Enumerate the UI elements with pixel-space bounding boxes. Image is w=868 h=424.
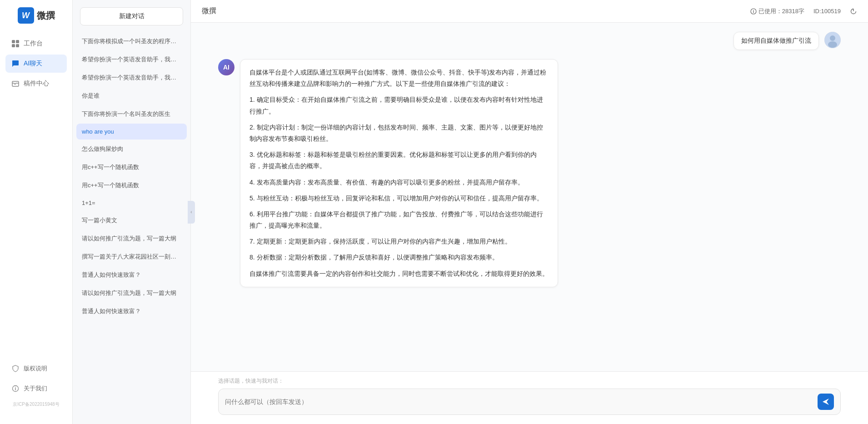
ai-bubble: 自媒体平台是个人或团队通过互联网平台(如博客、微博、微信公众号、抖音、快手等)发… (240, 59, 558, 287)
chat-list-item[interactable]: 普通人如何快速致富？ (76, 303, 187, 320)
send-button[interactable] (818, 394, 834, 410)
svg-rect-3 (16, 44, 19, 47)
shield-icon (11, 364, 20, 373)
logo-icon: W (18, 7, 34, 24)
chat-list-item[interactable]: 请以如何推广引流为题，写一篇大纲 (76, 230, 187, 247)
send-icon (822, 398, 830, 406)
input-box (218, 389, 841, 415)
logo: W 微撰 (18, 7, 55, 24)
topbar: 微撰 已使用：28318字 ID:100519 (191, 0, 868, 23)
usage-label: 已使用：28318字 (758, 7, 804, 15)
input-area: 选择话题，快速与我对话： (191, 371, 868, 424)
chat-list-item[interactable]: 你是谁 (76, 87, 187, 105)
user-id: ID:100519 (813, 8, 841, 15)
inbox-icon (11, 79, 20, 88)
ai-text: 自媒体平台是个人或团队通过互联网平台(如博客、微博、微信公众号、抖音、快手等)发… (249, 67, 549, 90)
chat-icon (11, 59, 20, 68)
svg-rect-0 (12, 40, 15, 43)
user-message: 如何用自媒体做推广引流 (218, 32, 841, 50)
grid-icon (11, 39, 20, 48)
ai-message: AI 自媒体平台是个人或团队通过互联网平台(如博客、微博、微信公众号、抖音、快手… (218, 59, 841, 287)
chat-list-item[interactable]: 希望你扮演一个英语发音助手，我提供给你... (76, 69, 187, 86)
sidebar-item-about-label: 关于我们 (24, 384, 47, 393)
ai-text: 6. 利用平台推广功能：自媒体平台都提供了推广功能，如广告投放、付费推广等，可以… (249, 209, 549, 231)
sidebar-item-ai-chat[interactable]: AI聊天 (5, 55, 67, 73)
chat-list-item[interactable]: 用c++写一个随机函数 (76, 159, 187, 176)
chat-list-header: 新建对话 (73, 0, 190, 33)
sidebar-bottom: 版权说明 关于我们 京ICP备2022015948号 (0, 359, 72, 417)
sidebar-item-workbench-label: 工作台 (24, 40, 43, 48)
chat-list-item[interactable]: 下面你将扮演一个名叫圣友的医生 (76, 105, 187, 123)
message-input[interactable] (225, 398, 818, 405)
ai-avatar: AI (218, 59, 234, 75)
info-circle-icon (11, 384, 20, 393)
ai-text: 8. 分析数据：定期分析数据，了解用户反馈和喜好，以便调整推广策略和内容发布频率… (249, 252, 549, 263)
sidebar-item-copyright[interactable]: 版权说明 (5, 359, 67, 378)
ai-text: 4. 发布高质量内容：发布高质量、有价值、有趣的内容可以吸引更多的粉丝，并提高用… (249, 177, 549, 188)
page-title: 微撰 (202, 6, 216, 16)
avatar (824, 32, 841, 48)
sidebar-item-mailbox-label: 稿件中心 (24, 80, 49, 88)
chat-list-item[interactable]: 普通人如何快速致富？ (76, 266, 187, 284)
chat-list-item[interactable]: 撰写一篇关于八大家花园社区一刻钟便民生... (76, 248, 187, 265)
chat-list-item[interactable]: 怎么做狗屎炒肉 (76, 140, 187, 158)
chat-list-item[interactable]: 用c++写一个随机函数 (76, 177, 187, 194)
logo-text: 微撰 (37, 10, 55, 22)
sidebar-item-ai-chat-label: AI聊天 (24, 60, 42, 68)
svg-rect-2 (12, 44, 15, 47)
chat-list-item[interactable]: 请以如何推广引流为题，写一篇大纲 (76, 284, 187, 302)
chat-list-item[interactable]: 1+1= (76, 195, 187, 211)
power-button[interactable] (850, 8, 857, 15)
svg-point-14 (830, 35, 835, 41)
messages-area: 如何用自媒体做推广引流 AI 自媒体平台是个人或团队通过互联网平台(如博客、微博… (191, 23, 868, 371)
sidebar-item-copyright-label: 版权说明 (24, 364, 47, 373)
ai-text: 7. 定期更新：定期更新内容，保持活跃度，可以让用户对你的内容产生兴趣，增加用户… (249, 236, 549, 247)
info-icon (750, 8, 757, 15)
chat-list-panel: 新建对话 下面你将模拟成一个叫圣友的程序员，我说...希望你扮演一个英语发音助手… (73, 0, 191, 424)
sidebar: W 微撰 工作台 AI聊天 稿件中心 版权说明 (0, 0, 73, 424)
chat-list: 下面你将模拟成一个叫圣友的程序员，我说...希望你扮演一个英语发音助手，我提供给… (73, 33, 190, 424)
topbar-right: 已使用：28318字 ID:100519 (750, 7, 857, 15)
sidebar-item-about[interactable]: 关于我们 (5, 379, 67, 398)
sidebar-item-mailbox[interactable]: 稿件中心 (5, 75, 67, 93)
svg-rect-1 (16, 40, 19, 43)
new-chat-button[interactable]: 新建对话 (80, 7, 183, 25)
ai-text: 自媒体推广引流需要具备一定的内容创作和社交能力，同时也需要不断尝试和优化，才能取… (249, 268, 549, 279)
main-area: 微撰 已使用：28318字 ID:100519 如何用自媒体做推广引流 AI 自… (191, 0, 868, 424)
svg-point-15 (828, 41, 837, 48)
nav-items: 工作台 AI聊天 稿件中心 (0, 35, 72, 359)
svg-point-10 (753, 10, 753, 10)
svg-point-7 (15, 387, 16, 388)
chat-list-item[interactable]: 下面你将模拟成一个叫圣友的程序员，我说... (76, 33, 187, 50)
usage-info: 已使用：28318字 (750, 7, 804, 15)
chat-list-item[interactable]: 写一篇小黄文 (76, 212, 187, 229)
collapse-sidebar-button[interactable]: ‹ (188, 201, 195, 224)
ai-text: 2. 制定内容计划：制定一份详细的内容计划，包括发布时间、频率、主题、文案、图片… (249, 122, 549, 145)
chat-list-item[interactable]: 希望你扮演一个英语发音助手，我提供给你... (76, 51, 187, 68)
sidebar-item-workbench[interactable]: 工作台 (5, 35, 67, 53)
user-bubble: 如何用自媒体做推广引流 (733, 32, 819, 50)
ai-text: 1. 确定目标受众：在开始自媒体推广引流之前，需要明确目标受众是谁，以便在发布内… (249, 94, 549, 117)
quick-topics-label: 选择话题，快速与我对话： (218, 377, 841, 385)
ai-text: 3. 优化标题和标签：标题和标签是吸引粉丝的重要因素。优化标题和标签可以让更多的… (249, 149, 549, 172)
icp-text: 京ICP备2022015948号 (5, 399, 67, 409)
power-icon (850, 8, 857, 15)
ai-text: 5. 与粉丝互动：积极与粉丝互动，回复评论和私信，可以增加用户对你的认可和信任，… (249, 193, 549, 204)
chat-list-item[interactable]: who are you (76, 124, 187, 140)
